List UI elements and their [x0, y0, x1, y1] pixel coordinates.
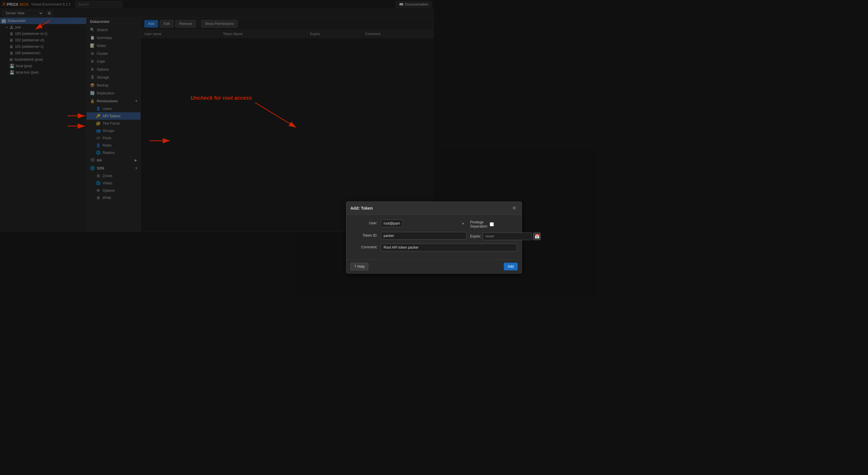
token-id-label: Token ID:: [351, 232, 377, 238]
token-id-input[interactable]: [381, 232, 434, 238]
token-id-field: [381, 232, 434, 238]
modal-body: User: root@pam PrivilegeSeparation:: [346, 215, 434, 238]
form-row-user: User: root@pam PrivilegeSeparation:: [351, 220, 434, 228]
user-label: User:: [351, 220, 377, 225]
form-row-token-id: Token ID: Expire: 📅: [351, 232, 434, 238]
user-select[interactable]: root@pam: [381, 220, 403, 227]
modal-title: Add: Token: [350, 206, 373, 211]
modal-header: Add: Token ✕: [346, 202, 434, 215]
user-field: root@pam: [381, 220, 434, 227]
add-token-modal: Add: Token ✕ User: root@pam PrivilegeSep…: [346, 201, 434, 238]
modal-overlay: Add: Token ✕ User: root@pam PrivilegeSep…: [0, 0, 434, 238]
